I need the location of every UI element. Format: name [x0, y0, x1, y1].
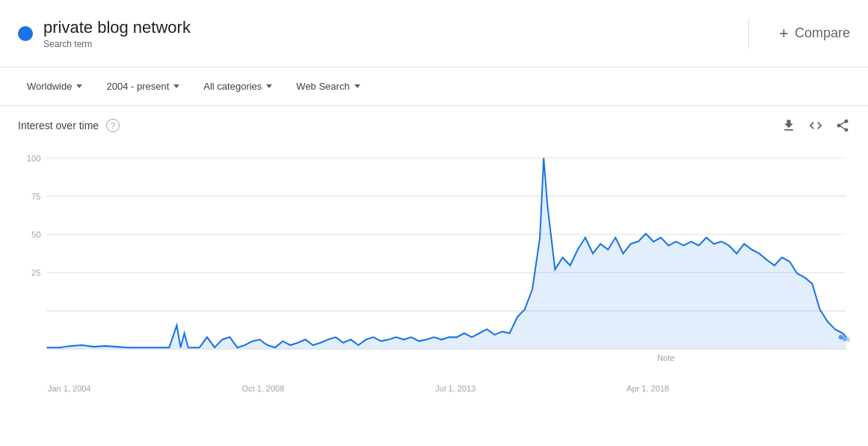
time-range-label: 2004 - present [106, 81, 169, 92]
chart-svg: 100 75 50 25 Note [18, 142, 850, 381]
svg-text:50: 50 [31, 230, 40, 239]
chart-section: Interest over time ? [0, 106, 868, 399]
search-term-title: private blog network [43, 18, 191, 37]
time-range-filter[interactable]: 2004 - present [97, 75, 188, 98]
svg-point-12 [843, 336, 847, 341]
x-label-2018: Apr 1, 2018 [627, 384, 669, 393]
region-chevron-icon [76, 84, 82, 88]
term-color-dot [18, 26, 33, 41]
x-axis-labels: Jan 1, 2004 Oct 1, 2008 Jul 1, 2013 Apr … [18, 381, 850, 393]
chart-title: Interest over time [18, 120, 99, 131]
chart-actions [781, 118, 850, 133]
search-type-chevron-icon [354, 84, 360, 88]
region-filter[interactable]: Worldwide [18, 75, 91, 98]
search-term-text: private blog network Search term [43, 18, 191, 49]
embed-icon[interactable] [808, 118, 823, 133]
compare-section[interactable]: + Compare [749, 24, 850, 43]
search-term-type: Search term [43, 39, 191, 49]
search-type-label: Web Search [296, 81, 349, 92]
region-label: Worldwide [27, 81, 72, 92]
compare-label: Compare [795, 25, 850, 41]
chart-header: Interest over time ? [18, 118, 850, 133]
download-icon[interactable] [781, 118, 796, 133]
time-range-chevron-icon [173, 84, 179, 88]
search-type-filter[interactable]: Web Search [287, 75, 369, 98]
help-icon[interactable]: ? [106, 119, 120, 132]
svg-text:Note: Note [657, 353, 674, 362]
x-label-2008: Oct 1, 2008 [241, 384, 284, 393]
filter-bar: Worldwide 2004 - present All categories … [0, 67, 868, 106]
categories-label: All categories [203, 81, 262, 92]
search-term-section: private blog network Search term [18, 18, 749, 49]
chart-title-area: Interest over time ? [18, 119, 120, 132]
categories-chevron-icon [266, 84, 272, 88]
share-icon[interactable] [835, 118, 850, 133]
x-label-2004: Jan 1, 2004 [48, 384, 91, 393]
categories-filter[interactable]: All categories [194, 75, 281, 98]
interest-over-time-chart: 100 75 50 25 Note [18, 142, 850, 381]
top-bar: private blog network Search term + Compa… [0, 0, 868, 67]
svg-text:25: 25 [31, 268, 40, 277]
compare-plus-icon: + [779, 24, 789, 43]
svg-text:100: 100 [27, 153, 41, 162]
svg-text:75: 75 [31, 192, 40, 201]
x-label-2013: Jul 1, 2013 [435, 384, 475, 393]
